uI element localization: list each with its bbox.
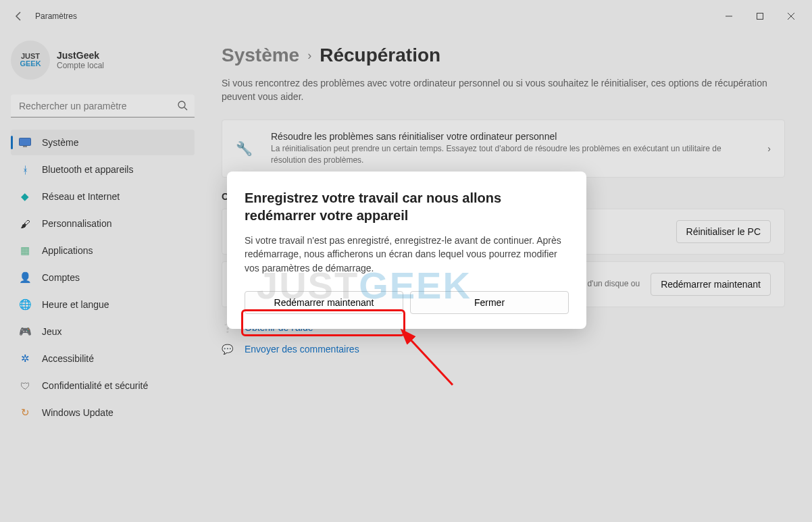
restart-dialog: Enregistrez votre travail car nous allon… [227, 172, 586, 329]
dialog-restart-button[interactable]: Redémarrer maintenant [245, 291, 403, 314]
dialog-close-button[interactable]: Fermer [410, 291, 569, 314]
dialog-title: Enregistrez votre travail car nous allon… [245, 189, 569, 224]
dialog-body: Si votre travail n'est pas enregistré, e… [245, 234, 569, 275]
